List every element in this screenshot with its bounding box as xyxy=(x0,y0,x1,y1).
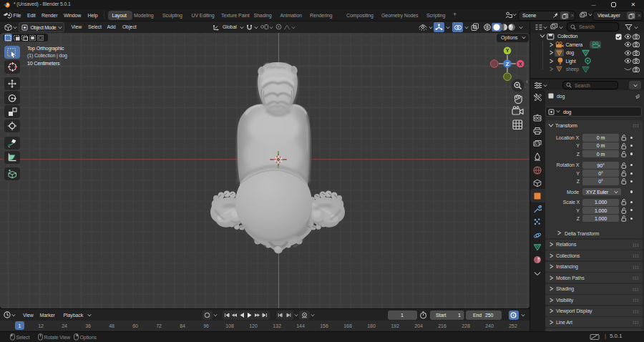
svg-text:Y: Y xyxy=(506,48,509,53)
svg-text:X: X xyxy=(519,62,522,67)
svg-text:Z: Z xyxy=(506,61,509,67)
